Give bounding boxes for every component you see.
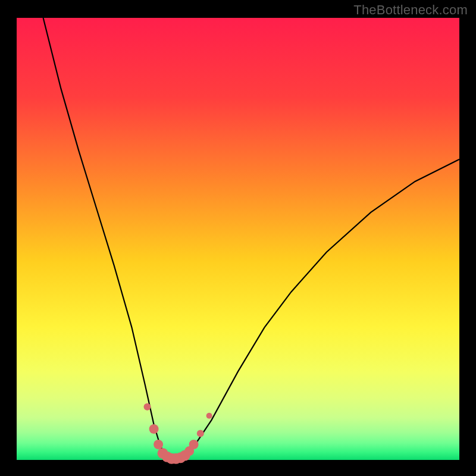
gradient-background xyxy=(17,18,459,460)
highlight-dot xyxy=(197,430,204,437)
chart-stage: TheBottleneck.com xyxy=(0,0,476,476)
highlight-dot xyxy=(154,440,163,449)
highlight-dot xyxy=(189,440,199,449)
highlight-dot xyxy=(149,424,159,434)
bottleneck-chart xyxy=(0,0,476,476)
watermark-label: TheBottleneck.com xyxy=(353,2,468,18)
highlight-dot xyxy=(206,413,212,419)
highlight-dot xyxy=(144,403,151,411)
